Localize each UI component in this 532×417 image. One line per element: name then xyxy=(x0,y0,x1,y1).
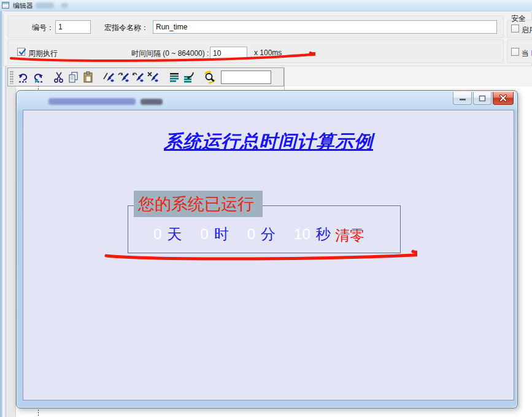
minimize-icon xyxy=(459,95,466,101)
paste-icon xyxy=(82,71,95,84)
goto-line-icon xyxy=(182,71,196,84)
toolbar-search-input[interactable] xyxy=(221,71,271,84)
minutes-value: 0 xyxy=(247,226,255,243)
app-titlebar: 编辑器 xyxy=(0,0,532,11)
app-window-icon xyxy=(2,2,9,9)
pane-splitter xyxy=(284,67,285,91)
hmi-screen-canvas: 系统运行总时间计算示例 您的系统已运行 0 天 0 时 0 分 10 秒 清零 xyxy=(23,110,514,400)
redo-icon xyxy=(31,71,45,84)
maximize-icon xyxy=(479,95,486,102)
security-group-label: 安全 xyxy=(511,13,526,24)
clear-button[interactable]: 清零 xyxy=(335,226,364,245)
screen-heading: 系统运行总时间计算示例 xyxy=(23,129,514,155)
close-icon xyxy=(499,94,507,102)
redacted-title-blur xyxy=(61,3,68,8)
undo-icon xyxy=(17,71,30,84)
copy-icon xyxy=(67,71,80,84)
periodic-checkbox-label: 周期执行 xyxy=(28,48,58,59)
security-enable-label: 启用 xyxy=(522,25,532,36)
undo-button[interactable] xyxy=(16,70,31,85)
days-value: 0 xyxy=(153,226,161,243)
security-enable-checkbox[interactable] xyxy=(511,25,519,33)
copy-button[interactable] xyxy=(66,70,81,85)
macro-number-label: 编号： xyxy=(32,23,54,33)
window-left-border xyxy=(0,11,2,417)
interval-input[interactable] xyxy=(210,47,247,59)
paste-button[interactable] xyxy=(81,70,96,85)
runtime-display: 0 天 0 时 0 分 10 秒 xyxy=(153,224,331,244)
pen-modify-icon xyxy=(132,71,145,84)
pen-add-button[interactable] xyxy=(102,70,117,85)
minutes-unit: 分 xyxy=(261,224,276,244)
pen-insert-icon xyxy=(117,71,131,84)
goto-line-button[interactable] xyxy=(182,70,196,85)
editor-marker xyxy=(35,80,38,82)
redacted-dialog-title-blur xyxy=(48,98,136,105)
runtime-groupbox-legend: 您的系统已运行 xyxy=(134,191,263,217)
cut-icon xyxy=(52,71,66,84)
preview-window: 系统运行总时间计算示例 您的系统已运行 0 天 0 时 0 分 10 秒 清零 xyxy=(16,90,518,408)
macro-list-button[interactable] xyxy=(167,70,182,85)
pen-insert-button[interactable] xyxy=(117,70,131,85)
maximize-button[interactable] xyxy=(473,92,492,105)
interval-unit-label: x 100ms xyxy=(254,48,282,57)
app-title: 编辑器 xyxy=(13,1,33,10)
macro-name-label: 宏指令名称： xyxy=(104,23,148,33)
redo-button[interactable] xyxy=(31,70,45,85)
minimize-button[interactable] xyxy=(453,92,472,105)
pen-delete-icon xyxy=(147,71,160,84)
hours-value: 0 xyxy=(200,226,208,243)
seconds-value: 10 xyxy=(294,226,310,243)
pen-modify-button[interactable] xyxy=(131,70,146,85)
window-left-border-inner xyxy=(5,11,7,417)
periodic-checkbox[interactable] xyxy=(17,48,25,56)
days-unit: 天 xyxy=(167,224,182,244)
macro-toolbar xyxy=(7,67,284,86)
macro-list-icon xyxy=(168,71,181,84)
redacted-title-blur xyxy=(36,2,54,9)
checkmark-icon xyxy=(18,47,27,56)
macro-name-input[interactable] xyxy=(153,20,497,34)
pen-add-icon xyxy=(102,71,116,84)
trigger-checkbox[interactable] xyxy=(511,48,519,56)
find-replace-icon xyxy=(203,71,217,84)
trigger-label-prefix: 当 xyxy=(522,49,531,58)
trigger-checkbox-label: 当 H xyxy=(522,48,532,59)
cut-button[interactable] xyxy=(52,70,66,85)
toolbar-grip[interactable] xyxy=(10,71,13,84)
interval-label: 时间间隔 (0 ~ 864000) : xyxy=(131,48,209,59)
editor-gutter xyxy=(7,86,16,417)
find-replace-button[interactable] xyxy=(202,70,217,85)
macro-number-input[interactable] xyxy=(55,20,91,34)
seconds-unit: 秒 xyxy=(316,224,331,244)
pen-delete-button[interactable] xyxy=(146,70,161,85)
redacted-dialog-title-blur xyxy=(141,99,163,105)
close-button[interactable] xyxy=(493,92,514,105)
hours-unit: 时 xyxy=(214,224,229,244)
